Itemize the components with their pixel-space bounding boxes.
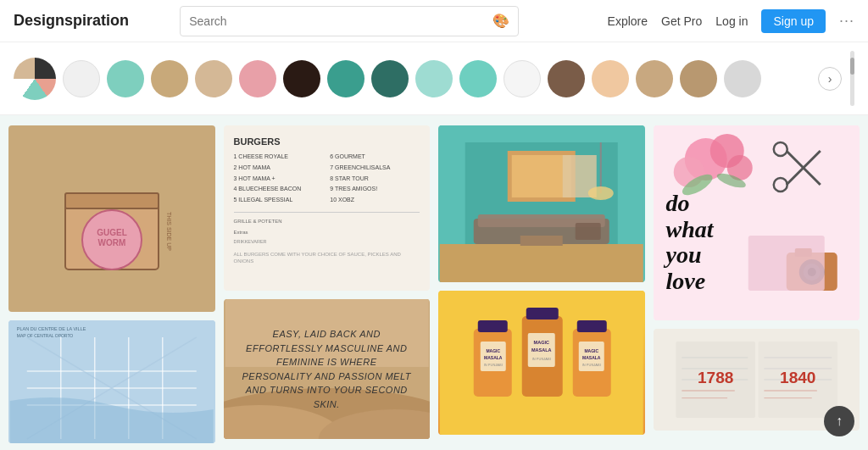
color-tan2[interactable]	[195, 60, 232, 97]
svg-rect-37	[478, 320, 508, 332]
header: Designspiration 🎨 Explore Get Pro Log in…	[0, 0, 868, 42]
menu-item-2: 2 HOT MAMA	[234, 163, 324, 174]
card-jars[interactable]: MAGIC MASALA IN PUNJABI MAGIC MASALA IN …	[438, 291, 645, 435]
svg-rect-27	[512, 155, 571, 197]
more-button[interactable]: ···	[839, 12, 854, 30]
col-2: BURGERS 1 CHEESE ROYALE 2 HOT MAMA 3 HOT…	[224, 125, 431, 450]
svg-rect-31	[576, 223, 601, 240]
color-pink[interactable]	[239, 60, 276, 97]
col-3: MAGIC MASALA IN PUNJABI MAGIC MASALA IN …	[438, 125, 645, 450]
menu-item-6: 6 GOURMET	[330, 152, 420, 163]
menu-item-9: 9 TRES AMIGOS!	[330, 184, 420, 195]
svg-text:IN PUNJABI: IN PUNJABI	[532, 357, 551, 361]
card-map[interactable]: PLAN DU CENTRE DE LA VILLE MAP OF CENTRA…	[8, 320, 215, 443]
color-brown[interactable]	[548, 60, 585, 97]
color-darkbrown[interactable]	[283, 60, 320, 97]
color-white[interactable]	[504, 60, 541, 97]
palette-scrollbar[interactable]	[850, 51, 854, 106]
card-box[interactable]: GUGEL WORM THIS SIDE UP	[8, 125, 215, 312]
svg-rect-25	[440, 244, 643, 282]
color-mint2[interactable]	[459, 60, 497, 97]
get-pro-link[interactable]: Get Pro	[661, 14, 702, 28]
menu-extras: Extras	[234, 229, 420, 236]
svg-rect-49	[577, 320, 607, 332]
card-desert[interactable]: EASY, LAID BACK AND EFFORTLESSLY MASCULI…	[224, 299, 431, 439]
palette-next-button[interactable]: ›	[818, 67, 842, 91]
log-in-button[interactable]: Log in	[715, 14, 748, 28]
color-mint[interactable]	[107, 60, 144, 97]
svg-text:1788: 1788	[698, 369, 733, 386]
palette-scrollbar-thumb	[850, 58, 854, 75]
svg-text:WORM: WORM	[97, 238, 125, 247]
color-teal2[interactable]	[371, 60, 409, 97]
svg-text:MASALA: MASALA	[484, 355, 503, 360]
explore-link[interactable]: Explore	[608, 14, 648, 28]
menu-grilled: GRILLE & POTETEN	[234, 218, 420, 225]
svg-rect-43	[526, 308, 559, 319]
card-interior[interactable]	[438, 125, 645, 282]
color-teal1[interactable]	[327, 60, 364, 97]
menu-item-7: 7 GREENCHILISALSA	[330, 163, 420, 174]
menu-item-10: 10 XOBZ	[330, 195, 420, 206]
palette-icon: 🎨	[492, 13, 509, 29]
menu-title: BURGERS	[234, 136, 420, 148]
svg-point-34	[588, 186, 614, 200]
quote-overlay: do what you love	[666, 191, 848, 295]
nav-links: Explore Get Pro Log in Sign up ···	[608, 9, 854, 33]
svg-text:PLAN DU CENTRE DE LA VILLE: PLAN DU CENTRE DE LA VILLE	[17, 326, 86, 331]
col-4: do what you love	[654, 125, 860, 450]
color-tan1[interactable]	[151, 60, 188, 97]
svg-text:MASALA: MASALA	[582, 355, 601, 360]
paper-svg: 1788 1840	[660, 336, 854, 424]
color-tan3[interactable]	[636, 60, 673, 97]
svg-text:GUGEL: GUGEL	[97, 228, 127, 237]
svg-text:MAGIC: MAGIC	[534, 340, 549, 345]
color-tan4[interactable]	[680, 60, 717, 97]
card-flowers-quote[interactable]: do what you love	[654, 125, 860, 320]
svg-text:IN PUNJABI: IN PUNJABI	[484, 363, 503, 367]
svg-text:1840: 1840	[780, 369, 815, 386]
menu-item-8: 8 STAR TOUR	[330, 174, 420, 185]
jars-svg: MAGIC MASALA IN PUNJABI MAGIC MASALA IN …	[438, 291, 645, 435]
color-multi[interactable]	[14, 58, 56, 100]
col-1: GUGEL WORM THIS SIDE UP	[8, 125, 215, 450]
card-menu[interactable]: BURGERS 1 CHEESE ROYALE 2 HOT MAMA 3 HOT…	[224, 125, 431, 291]
menu-item-4: 4 BLUECHEESE BACON	[234, 184, 324, 195]
box-illustration: GUGEL WORM THIS SIDE UP	[44, 151, 180, 286]
desert-quote: EASY, LAID BACK AND EFFORTLESSLY MASCULI…	[241, 327, 414, 411]
svg-text:IN PUNJABI: IN PUNJABI	[582, 363, 601, 367]
search-input[interactable]	[189, 14, 487, 28]
svg-text:MAGIC: MAGIC	[486, 348, 500, 353]
map-svg: PLAN DU CENTRE DE LA VILLE MAP OF CENTRA…	[8, 320, 215, 443]
svg-text:MASALA: MASALA	[531, 347, 552, 353]
svg-rect-30	[520, 236, 563, 246]
interior-svg	[438, 125, 645, 282]
color-white-spacer[interactable]	[63, 60, 100, 97]
menu-item-1: 1 CHEESE ROYALE	[234, 152, 324, 163]
color-lightmint[interactable]	[415, 60, 453, 97]
svg-text:THIS SIDE UP: THIS SIDE UP	[166, 212, 172, 251]
svg-rect-1	[65, 193, 159, 208]
menu-drink: DRIKKEVARER	[234, 239, 420, 246]
main-content: GUGEL WORM THIS SIDE UP	[0, 115, 868, 450]
jars-visual: MAGIC MASALA IN PUNJABI MAGIC MASALA IN …	[438, 291, 645, 435]
menu-footer-text: ALL BURGERS COME WITH YOUR CHOICE OF SAU…	[234, 251, 420, 265]
quote-text: do what you love	[666, 191, 848, 295]
svg-text:MAGIC: MAGIC	[584, 348, 598, 353]
menu-item-5: 5 ILLEGAL SPESSIAL	[234, 195, 324, 206]
menu-content: BURGERS 1 CHEESE ROYALE 2 HOT MAMA 3 HOT…	[224, 125, 431, 275]
menu-item-3: 3 HOT MAMA +	[234, 174, 324, 185]
logo[interactable]: Designspiration	[14, 12, 129, 30]
search-bar[interactable]: 🎨	[180, 6, 519, 36]
scroll-top-button[interactable]: ↑	[824, 406, 854, 436]
color-lightgray[interactable]	[724, 60, 761, 97]
palette-row: ›	[0, 42, 868, 115]
map-visual: PLAN DU CENTRE DE LA VILLE MAP OF CENTRA…	[8, 320, 215, 443]
desert-text-overlay: EASY, LAID BACK AND EFFORTLESSLY MASCULI…	[224, 299, 431, 439]
sign-up-button[interactable]: Sign up	[761, 9, 825, 33]
color-peach[interactable]	[592, 60, 629, 97]
svg-text:MAP OF CENTRAL OPORTO: MAP OF CENTRAL OPORTO	[17, 333, 74, 338]
